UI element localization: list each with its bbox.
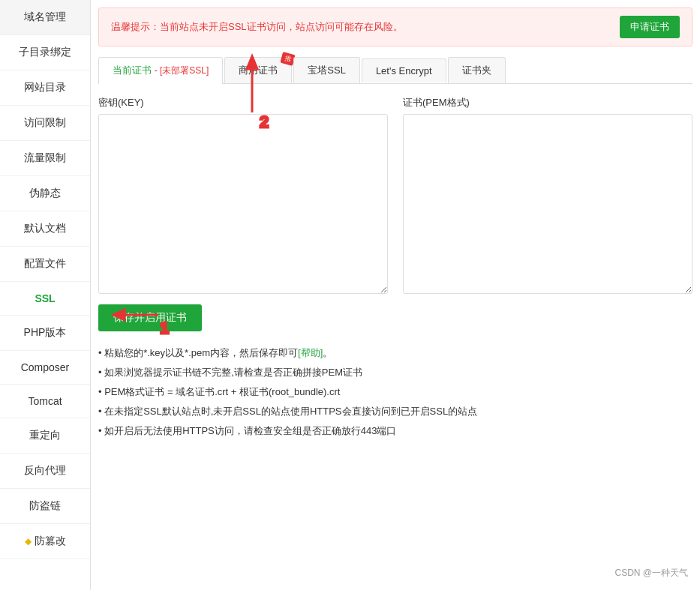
sidebar-item-label: 伪静态	[29, 187, 61, 199]
tab-label: 证书夹	[462, 64, 491, 76]
main-content: 温馨提示：当前站点未开启SSL证书访问，站点访问可能存在风险。 申请证书 当前证…	[91, 0, 700, 590]
sidebar-item-label: Composer	[21, 361, 70, 373]
sidebar-item-label: 反向代理	[24, 464, 66, 476]
tip-item: 在未指定SSL默认站点时,未开启SSL的站点使用HTTPS会直接访问到已开启SS…	[98, 402, 692, 421]
sidebar-item-label: 域名管理	[24, 10, 66, 22]
sidebar-item-label: 防盗链	[29, 499, 61, 511]
diamond-icon: ◆	[25, 536, 32, 547]
warning-banner: 温馨提示：当前站点未开启SSL证书访问，站点访问可能存在风险。 申请证书	[98, 7, 692, 46]
sidebar-item-label: Tomcat	[28, 395, 62, 407]
tab-label: 宝塔SSL	[308, 64, 346, 76]
warning-text: 温馨提示：当前站点未开启SSL证书访问，站点访问可能存在风险。	[111, 20, 403, 34]
cert-input[interactable]	[403, 114, 692, 294]
tab-label: 当前证书	[113, 64, 152, 76]
sidebar-item-static[interactable]: 伪静态	[0, 176, 90, 211]
sidebar-item-tamper[interactable]: ◆ 防篡改	[0, 524, 90, 559]
sidebar-item-label: 子目录绑定	[19, 46, 71, 58]
tab-sub-label: - [未部署SSL]	[155, 65, 209, 76]
sidebar-item-label: 防篡改	[35, 535, 66, 548]
tab-baota-ssl[interactable]: 宝塔SSL	[293, 57, 360, 83]
sidebar-item-label: 重定向	[29, 429, 61, 441]
textarea-row: 密钥(KEY) 证书(PEM格式)	[98, 96, 692, 294]
sidebar-item-label: PHP版本	[24, 326, 67, 338]
sidebar-item-redirect[interactable]: 重定向	[0, 418, 90, 454]
tab-letsencrypt[interactable]: Let's Encrypt	[362, 58, 446, 82]
save-certificate-button[interactable]: 保存并启用证书	[98, 304, 202, 331]
sidebar-item-label: 访问限制	[24, 116, 66, 128]
sidebar-item-label: 网站目录	[24, 81, 66, 93]
sidebar-item-php[interactable]: PHP版本	[0, 316, 90, 351]
ssl-content-area: 密钥(KEY) 证书(PEM格式) 保存并启用证书 粘贴您的*.key以及*.p…	[91, 84, 700, 453]
tip-item: 粘贴您的*.key以及*.pem内容，然后保存即可[帮助]。	[98, 343, 692, 363]
tabs-container: 当前证书 - [未部署SSL] 商用证书 推 宝塔SSL Let's Encry…	[98, 57, 692, 84]
sidebar-item-webdir[interactable]: 网站目录	[0, 70, 90, 106]
sidebar-item-access[interactable]: 访问限制	[0, 106, 90, 141]
sidebar-item-domain[interactable]: 域名管理	[0, 0, 90, 35]
cert-section: 证书(PEM格式)	[403, 96, 692, 294]
key-label: 密钥(KEY)	[98, 96, 388, 109]
tip-item: PEM格式证书 = 域名证书.crt + 根证书(root_bundle).cr…	[98, 382, 692, 402]
sidebar-item-label: 配置文件	[24, 257, 66, 269]
tab-commercial-cert[interactable]: 商用证书 推	[224, 57, 292, 83]
sidebar-item-label: 默认文档	[24, 222, 66, 234]
sidebar-item-composer[interactable]: Composer	[0, 351, 90, 385]
sidebar-item-defaultdoc[interactable]: 默认文档	[0, 211, 90, 247]
sidebar-item-label: SSL	[35, 292, 55, 304]
sidebar-item-tomcat[interactable]: Tomcat	[0, 385, 90, 418]
sidebar-item-ssl[interactable]: SSL	[0, 282, 90, 316]
sidebar-item-hotlink[interactable]: 防盗链	[0, 489, 90, 524]
key-input[interactable]	[98, 114, 388, 294]
key-section: 密钥(KEY)	[98, 96, 388, 294]
help-link[interactable]: [帮助]	[298, 347, 323, 358]
sidebar-item-subdir[interactable]: 子目录绑定	[0, 35, 90, 70]
sidebar-item-traffic[interactable]: 流量限制	[0, 141, 90, 176]
tab-label: 商用证书	[239, 64, 278, 76]
cert-label: 证书(PEM格式)	[403, 96, 692, 109]
tip-item: 如开启后无法使用HTTPS访问，请检查安全组是否正确放行443端口	[98, 421, 692, 441]
watermark: CSDN @一种天气	[614, 567, 688, 580]
sidebar-item-config[interactable]: 配置文件	[0, 247, 90, 282]
sidebar-item-proxy[interactable]: 反向代理	[0, 454, 90, 489]
sidebar-item-label: 流量限制	[24, 151, 66, 163]
tab-label: Let's Encrypt	[376, 65, 432, 76]
tips-list: 粘贴您的*.key以及*.pem内容，然后保存即可[帮助]。 如果浏览器提示证书…	[98, 343, 692, 441]
tab-cert-folder[interactable]: 证书夹	[448, 57, 506, 83]
sidebar: 域名管理 子目录绑定 网站目录 访问限制 流量限制 伪静态 默认文档 配置文件 …	[0, 0, 91, 590]
tip-item: 如果浏览器提示证书链不完整,请检查是否正确拼接PEM证书	[98, 363, 692, 382]
tab-current-cert[interactable]: 当前证书 - [未部署SSL]	[98, 57, 223, 83]
apply-certificate-button[interactable]: 申请证书	[620, 16, 680, 38]
